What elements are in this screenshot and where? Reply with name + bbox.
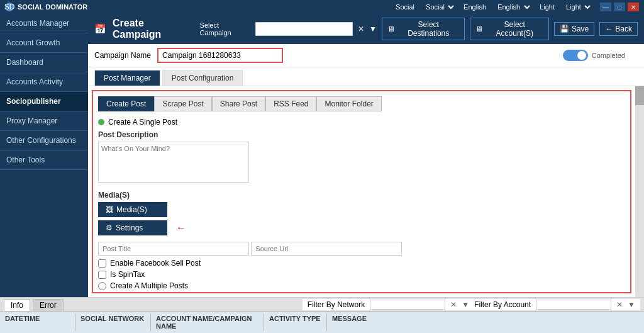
sidebar-item-other-tools[interactable]: Other Tools: [0, 150, 88, 170]
sub-tab-bar: Create Post Scrape Post Share Post RSS F…: [98, 96, 625, 111]
light-select[interactable]: Light: [562, 3, 592, 11]
bottom-tab-bar: Info Error Filter By Network ✕ ▼ Filter …: [0, 298, 644, 311]
social-select[interactable]: Social: [422, 3, 456, 11]
single-post-row: Create A Single Post: [98, 118, 625, 127]
clear-campaign-icon[interactable]: ✕: [358, 25, 364, 33]
app-title: SOCIAL DOMINATOR: [18, 3, 392, 11]
main-tab-bar: ➤ Post Manager Post Configuration: [88, 67, 644, 86]
filter-network-input[interactable]: [370, 300, 445, 310]
english-select[interactable]: English: [494, 3, 532, 11]
media-section: Media(S) 🖼 Media(S) ⚙ Settings ←: [98, 191, 625, 235]
log-col-account-name: ACCOUNT NAME/CAMPAIGN NAME: [151, 313, 264, 331]
light-label: Light: [540, 3, 555, 11]
sidebar-item-sociopublisher[interactable]: Sociopublisher: [0, 92, 88, 111]
settings-btn-wrapper: ⚙ Settings ←: [98, 220, 167, 235]
select-accounts-button[interactable]: 🖥 Select Account(S): [470, 18, 548, 40]
media-button[interactable]: 🖼 Media(S): [98, 202, 167, 217]
post-title-input[interactable]: [98, 242, 249, 256]
settings-icon: ⚙: [106, 223, 113, 232]
campaign-name-label: Campaign Name: [94, 51, 151, 60]
campaign-name-input[interactable]: [157, 48, 283, 63]
log-col-activity-type: ACTIVITY TYPE: [264, 313, 327, 331]
header-icon: 📅: [94, 23, 106, 35]
campaign-name-row: Campaign Name Completed: [88, 44, 644, 67]
social-label: Social: [396, 3, 414, 11]
is-spintax-checkbox[interactable]: [98, 271, 106, 279]
header-right: Select Campaign ✕ ▼ 🖥 Select Destination…: [200, 18, 638, 40]
close-button[interactable]: ✕: [628, 3, 639, 11]
tab-share-post[interactable]: Share Post: [212, 96, 265, 111]
back-icon: ←: [605, 25, 613, 33]
multiple-image-radio[interactable]: [98, 293, 106, 294]
tab-post-configuration[interactable]: Post Configuration: [162, 70, 243, 86]
dropdown-account-icon[interactable]: ▼: [628, 300, 635, 309]
tab-post-manager[interactable]: Post Manager: [94, 70, 160, 86]
sidebar-item-accounts-manager[interactable]: Accounts Manager: [0, 14, 88, 33]
tab-scrape-post[interactable]: Scrape Post: [154, 96, 211, 111]
is-spintax-row: Is SpinTax: [98, 270, 625, 279]
english-label: English: [464, 3, 486, 11]
sidebar-item-accounts-activity[interactable]: Accounts Activity: [0, 72, 88, 92]
select-campaign-input[interactable]: [255, 22, 353, 36]
tab-monitor-folder[interactable]: Monitor Folder: [316, 96, 381, 111]
log-header: DATETIME SOCIAL NETWORK ACCOUNT NAME/CAM…: [0, 311, 644, 333]
multiple-posts-row: Create A Multiple Posts: [98, 281, 625, 290]
content-area: 📅 Create Campaign Select Campaign ✕ ▼ 🖥 …: [88, 14, 644, 297]
clear-network-icon[interactable]: ✕: [450, 300, 457, 309]
log-col-datetime: DATETIME: [0, 313, 75, 331]
tab-info[interactable]: Info: [4, 299, 30, 311]
tab-error[interactable]: Error: [33, 299, 64, 311]
tab-rss-feed[interactable]: RSS Feed: [265, 96, 316, 111]
media-icon: 🖼: [106, 205, 113, 214]
scroll-thumb[interactable]: [635, 86, 644, 105]
source-url-input[interactable]: [251, 242, 402, 256]
sidebar-item-account-growth[interactable]: Account Growth: [0, 33, 88, 53]
multiple-image-label: Create A Multiple Image Post: [110, 293, 208, 293]
app-icon: SD: [5, 3, 14, 11]
sidebar-item-dashboard[interactable]: Dashboard: [0, 53, 88, 72]
window-buttons: — □ ✕: [600, 3, 639, 11]
filter-row: Filter By Network ✕ ▼ Filter By Account …: [303, 299, 640, 311]
log-col-message: MESSAGE: [327, 313, 644, 331]
completed-toggle[interactable]: [563, 50, 588, 61]
scrollbar[interactable]: [635, 86, 644, 297]
post-desc-section-label: Post Description: [98, 130, 625, 139]
toggle-knob: [577, 51, 586, 60]
log-col-social-network: SOCIAL NETWORK: [75, 313, 151, 331]
filter-account-input[interactable]: [536, 300, 611, 310]
tab-create-post[interactable]: Create Post: [98, 96, 154, 111]
settings-button[interactable]: ⚙ Settings: [98, 220, 167, 235]
bottom-area: Info Error Filter By Network ✕ ▼ Filter …: [0, 297, 644, 333]
page-title: Create Campaign: [113, 18, 194, 40]
sidebar: Accounts Manager Account Growth Dashboar…: [0, 14, 88, 297]
multiple-posts-radio[interactable]: [98, 282, 106, 290]
single-post-label: Create A Single Post: [108, 118, 177, 127]
minimize-button[interactable]: —: [600, 3, 611, 11]
save-button[interactable]: 💾 Save: [554, 22, 594, 36]
back-button[interactable]: ← Back: [599, 22, 638, 36]
main-layout: Accounts Manager Account Growth Dashboar…: [0, 14, 644, 297]
maximize-button[interactable]: □: [614, 3, 625, 11]
clear-account-icon[interactable]: ✕: [616, 300, 623, 309]
destinations-icon: 🖥: [387, 25, 395, 33]
panel-inner: Create Post Scrape Post Share Post RSS F…: [92, 90, 631, 293]
multiple-posts-label: Create A Multiple Posts: [110, 281, 188, 290]
dropdown-campaign-icon[interactable]: ▼: [369, 25, 377, 33]
top-controls: Social Social English English Light Ligh…: [396, 3, 639, 11]
enable-facebook-label: Enable Facebook Sell Post: [110, 259, 201, 268]
enable-facebook-row: Enable Facebook Sell Post: [98, 259, 625, 268]
sidebar-item-other-configurations[interactable]: Other Configurations: [0, 131, 88, 150]
top-bar: SD SOCIAL DOMINATOR Social Social Englis…: [0, 0, 644, 14]
post-description-textarea[interactable]: [98, 142, 249, 183]
filter-account-label: Filter By Account: [474, 300, 531, 309]
completed-toggle-row: Completed: [563, 50, 625, 61]
dropdown-network-icon[interactable]: ▼: [462, 300, 469, 309]
select-destinations-button[interactable]: 🖥 Select Destinations: [382, 18, 465, 40]
enable-facebook-checkbox[interactable]: [98, 259, 106, 268]
page-header: 📅 Create Campaign Select Campaign ✕ ▼ 🖥 …: [88, 14, 644, 44]
single-post-indicator: [98, 119, 104, 125]
sidebar-item-proxy-manager[interactable]: Proxy Manager: [0, 111, 88, 131]
save-icon: 💾: [560, 25, 569, 33]
filter-network-label: Filter By Network: [308, 300, 365, 309]
is-spintax-label: Is SpinTax: [110, 270, 145, 279]
